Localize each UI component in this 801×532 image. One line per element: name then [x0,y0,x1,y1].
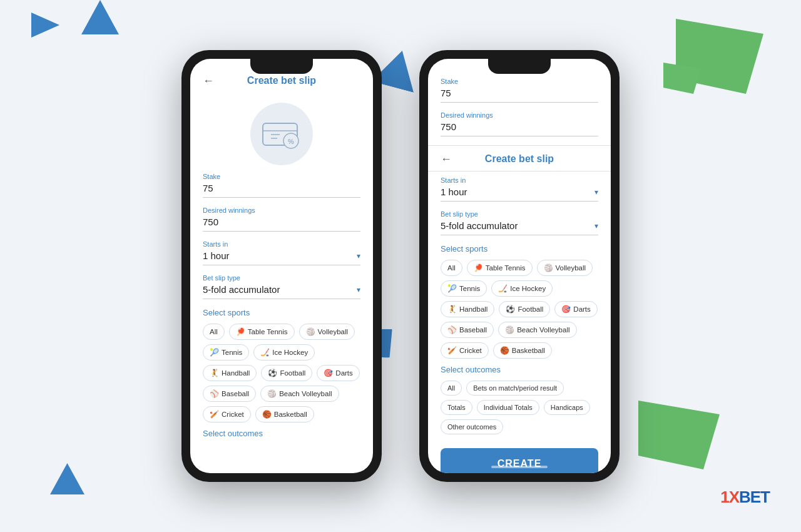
back-button-1[interactable]: ← [203,74,214,88]
sport-chip[interactable]: 🎾Tennis [441,280,487,297]
sport-chip[interactable]: 🏓Table Tennis [229,324,295,340]
sport-chip[interactable]: All [441,260,462,276]
outcome-chip[interactable]: Other outcomes [441,419,503,434]
sport-chip[interactable]: 🏀Basketball [255,406,314,422]
sport-chip[interactable]: 🏏Cricket [203,406,251,422]
sport-chip[interactable]: 🤾Handball [441,301,494,317]
stake-field-1: Stake 75 [203,173,360,198]
sport-chip-label: Table Tennis [248,328,288,335]
sport-chip[interactable]: ⚾Baseball [203,386,256,402]
sport-chip-label: Darts [335,369,352,377]
phone-1-content: ← Create bet slip % [190,59,373,473]
outcome-chip[interactable]: Handicaps [544,400,590,415]
stake-value-2-top[interactable]: 75 [441,88,598,103]
back-button-2[interactable]: ← [441,153,452,166]
phone-2-content: Stake 75 Desired winnings 750 ← Create b… [428,59,611,473]
sports-label-1: Select sports [203,308,360,317]
outcome-chip[interactable]: Individual Totals [477,400,539,415]
winnings-value-2-top[interactable]: 750 [441,121,598,136]
sport-chip[interactable]: 🏀Basketball [493,342,552,359]
starts-field-2: Starts in 1 hour ▾ [441,176,598,202]
sport-chip[interactable]: ⚽Football [261,365,312,381]
sport-chip-label: Volleyball [556,264,586,272]
bet-type-dropdown-arrow-2: ▾ [594,222,598,230]
sport-chip[interactable]: 🏓Table Tennis [467,260,533,276]
sport-chip[interactable]: 🏐Beach Volleyball [498,322,576,338]
bet-ticket-icon: % [260,117,304,151]
stake-value-1[interactable]: 75 [203,183,360,198]
sport-chip[interactable]: 🏏Cricket [441,342,489,359]
sport-chip-label: Darts [573,305,590,313]
bet-icon-circle: % [250,103,313,165]
outcomes-label-1: Select outcomes [203,429,360,438]
winnings-field-1: Desired winnings 750 [203,207,360,232]
xbet-logo-bet: BET [739,488,770,506]
phone-2-top-fields: Stake 75 Desired winnings 750 [428,68,611,136]
sport-chip-label: Ice Hockey [510,285,546,292]
sport-chip[interactable]: 🏐Volleyball [299,324,355,340]
deco-shape-9 [50,463,84,494]
sport-chip-label: Beach Volleyball [517,326,569,334]
sport-chip-label: Handball [222,369,250,377]
sport-chip[interactable]: 🏐Volleyball [537,260,593,276]
bet-type-select-1[interactable]: 5-fold accumulator ▾ [203,284,360,299]
winnings-field-2-top: Desired winnings 750 [441,111,598,136]
starts-dropdown-arrow-2: ▾ [594,188,598,197]
sport-chip-label: Football [518,305,543,313]
phones-container: ← Create bet slip % [181,50,620,482]
sport-chip-label: Cricket [459,347,482,354]
bet-type-value-1: 5-fold accumulator [203,284,280,295]
phone-1: ← Create bet slip % [181,50,382,482]
sports-chips-2: All🏓Table Tennis🏐Volleyball🎾Tennis🏒Ice H… [441,260,598,359]
sport-chip[interactable]: 🏒Ice Hockey [491,280,553,297]
starts-dropdown-arrow-1: ▾ [357,252,360,260]
starts-label-1: Starts in [203,240,360,248]
deco-shape-6 [676,19,763,94]
sport-chip[interactable]: 🎯Darts [317,365,359,381]
starts-field-1: Starts in 1 hour ▾ [203,240,360,265]
starts-value-2: 1 hour [441,187,467,197]
sport-chip[interactable]: 🏒Ice Hockey [253,344,315,361]
stake-label-2-top: Stake [441,78,598,85]
sport-chip-label: Baseball [459,326,487,334]
bet-type-label-2: Bet slip type [441,210,598,218]
sports-label-2: Select sports [441,244,598,253]
phone-2-home-bar [491,466,548,468]
bet-icon-area: % [190,93,373,173]
outcomes-label-2: Select outcomes [441,365,598,374]
create-button[interactable]: CREATE [441,448,598,473]
stake-field-2-top: Stake 75 [441,78,598,103]
sport-chip-label: Table Tennis [486,264,526,272]
stake-label-1: Stake [203,173,360,180]
outcome-chip[interactable]: All [441,381,462,396]
sport-chip-label: Handball [459,305,487,313]
phone-2-form: Starts in 1 hour ▾ Bet slip type 5-fold … [428,171,611,441]
phone-1-notch [250,59,313,74]
starts-select-1[interactable]: 1 hour ▾ [203,250,360,265]
deco-shape-2 [31,13,59,38]
phone-1-screen: ← Create bet slip % [190,59,373,473]
outcome-chip[interactable]: Bets on match/period result [466,381,564,396]
winnings-value-1[interactable]: 750 [203,217,360,232]
outcomes-chips-2: AllBets on match/period resultTotalsIndi… [441,381,598,434]
outcome-chip[interactable]: Totals [441,400,472,415]
phone-2-title: Create bet slip [485,153,554,165]
winnings-label-1: Desired winnings [203,207,360,214]
sport-chip[interactable]: 🤾Handball [203,365,257,381]
sport-chip-label: Basketball [512,347,545,354]
phone-1-title: Create bet slip [247,75,316,86]
sport-chip-label: Baseball [222,390,249,397]
starts-select-2[interactable]: 1 hour ▾ [441,187,598,202]
phone-2-screen: Stake 75 Desired winnings 750 ← Create b… [428,59,611,473]
sport-chip[interactable]: ⚽Football [499,301,550,317]
phone-1-home-bar [253,466,310,468]
sport-chip[interactable]: 🎾Tennis [203,344,249,361]
deco-shape-8 [638,401,720,469]
sport-chip[interactable]: ⚾Baseball [441,322,494,338]
bet-type-select-2[interactable]: 5-fold accumulator ▾ [441,220,598,235]
sport-chip-label: Tennis [222,349,242,356]
bet-type-value-2: 5-fold accumulator [441,220,518,231]
sport-chip[interactable]: 🎯Darts [554,301,597,317]
sport-chip[interactable]: All [203,324,225,340]
sport-chip[interactable]: 🏐Beach Volleyball [260,386,339,402]
